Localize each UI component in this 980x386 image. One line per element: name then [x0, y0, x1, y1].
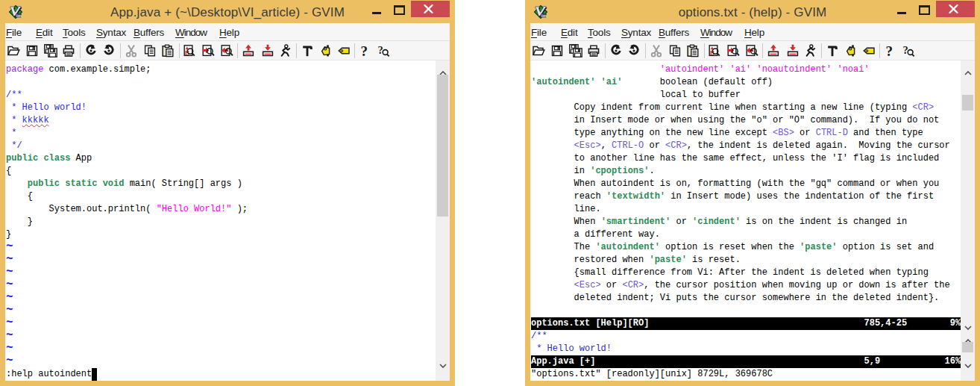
svg-text:?: ?: [885, 44, 893, 57]
svg-text:?: ?: [377, 44, 383, 56]
svg-text:im: im: [16, 13, 22, 18]
svg-text:?: ?: [360, 44, 368, 57]
svg-text:im: im: [541, 13, 547, 18]
svg-text:?: ?: [902, 44, 908, 56]
